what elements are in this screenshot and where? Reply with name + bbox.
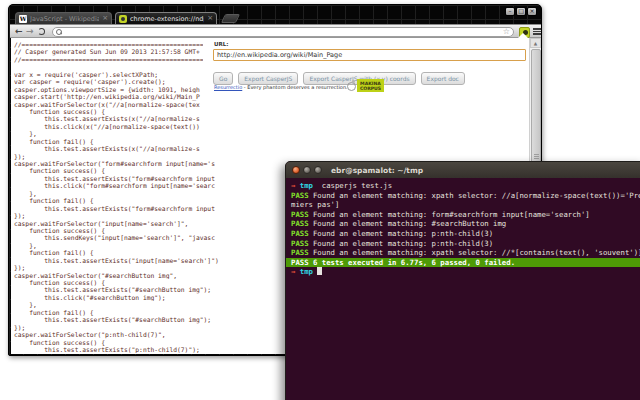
terminal-text-segment: tmp (300, 267, 318, 276)
terminal-line: PASS Found an element matching: #searchB… (286, 219, 640, 229)
terminal-cursor (317, 267, 321, 275)
terminal-text-segment: PASS (291, 239, 309, 248)
terminal-line: PASS Found an element matching: xpath se… (286, 248, 640, 258)
back-icon[interactable]: ← (15, 26, 23, 37)
tab-strip: W JavaScript - Wikipedia, th × chrome-ex… (9, 5, 541, 24)
terminal-titlebar[interactable]: ebr@spamalot: ~/tmp (286, 162, 640, 178)
terminal-window: ebr@spamalot: ~/tmp → tmp casperjs test.… (285, 161, 640, 400)
export-doc-button[interactable]: Export doc (421, 72, 465, 85)
terminal-text-segment: miers pas'] (291, 200, 339, 209)
resurrectio-popup: URL: GoExport CasperJSExport CasperJS wi… (203, 39, 528, 99)
scrollbar-grip (534, 154, 539, 159)
terminal-text-segment: PASS 6 tests executed in 6.77s, 6 passed… (291, 258, 515, 267)
menu-icon[interactable] (533, 28, 541, 36)
resurrectio-favicon-icon (119, 15, 127, 23)
code-line: }, (14, 130, 538, 137)
tagline-text: - Every phantom deserves a resurrection. (242, 84, 347, 90)
tab-close-icon[interactable]: × (102, 15, 108, 22)
code-line: function success() { (14, 108, 538, 115)
terminal-text-segment: Found an element matching: form#searchfo… (309, 210, 590, 219)
minimize-button[interactable]: – (505, 7, 515, 16)
terminal-text-segment: casperjs test.js (317, 181, 392, 190)
terminal-line: PASS Found an element matching: xpath se… (286, 191, 640, 201)
terminal-line: PASS Found an element matching: form#sea… (286, 210, 640, 220)
terminal-minimize-button[interactable] (303, 166, 311, 174)
search-icon (56, 29, 62, 35)
resurrectio-link[interactable]: Resurrectio (214, 84, 242, 90)
window-controls: – □ × (505, 7, 537, 16)
terminal-line: → tmp (286, 267, 640, 277)
terminal-text-segment: PASS (291, 210, 309, 219)
tagline: Resurrectio - Every phantom deserves a r… (214, 84, 348, 90)
terminal-text-segment: → (291, 181, 300, 190)
terminal-text-segment: PASS (291, 248, 309, 257)
url-label: URL: (214, 41, 228, 47)
terminal-text-segment: PASS (291, 191, 309, 200)
code-line: this.click(x("//a[normalize-space(text()… (14, 123, 538, 130)
logo-line2: CORPUS (357, 86, 384, 91)
tab-title: JavaScript - Wikipedia, th (30, 15, 99, 23)
terminal-text-segment: tmp (300, 181, 318, 190)
popup-button-row: GoExport CasperJSExport CasperJS with (x… (213, 66, 470, 85)
terminal-line: PASS Found an element matching: p:nth-ch… (286, 239, 640, 249)
terminal-text-segment: Found an element matching: xpath selecto… (309, 248, 640, 257)
browser-toolbar: ← → ☆ (10, 24, 541, 38)
bookmark-star-icon[interactable]: ☆ (503, 28, 510, 36)
terminal-output[interactable]: → tmp casperjs test.jsPASS Found an elem… (286, 178, 640, 400)
terminal-text-segment: → (291, 267, 300, 276)
terminal-text-segment: Found an element matching: #searchButton… (309, 219, 507, 228)
terminal-text-segment: PASS (291, 229, 309, 238)
logo-line1: MAKINA (357, 81, 384, 86)
wikipedia-favicon-icon: W (19, 15, 27, 23)
tab-close-icon[interactable]: × (207, 15, 213, 22)
code-line: }); (14, 153, 538, 160)
terminal-text-segment: Found an element matching: p:nth-child(3… (309, 239, 494, 248)
code-line: casper.waitForSelector(x("//a[normalize-… (14, 101, 538, 108)
reload-icon[interactable] (38, 28, 45, 35)
tab-title: chrome-extension://ndpg (130, 15, 204, 23)
terminal-title: ebr@spamalot: ~/tmp (331, 166, 423, 175)
url-input[interactable] (213, 49, 526, 61)
terminal-text-segment: Found an element matching: p:nth-child(3… (309, 229, 494, 238)
code-line: function fail() { (14, 138, 538, 145)
terminal-text-segment: Found an element matching: xpath selecto… (309, 191, 640, 200)
terminal-line: PASS Found an element matching: p:nth-ch… (286, 229, 640, 239)
terminal-maximize-button[interactable] (314, 166, 322, 174)
terminal-line: PASS 6 tests executed in 6.77s, 6 passed… (286, 258, 640, 268)
code-line: this.test.assertExists(x("//a[normalize-… (14, 115, 538, 122)
popup-anchor-arrow (517, 33, 529, 39)
new-tab-button[interactable] (221, 14, 240, 23)
makina-figure-icon (346, 80, 356, 91)
maximize-button[interactable]: □ (516, 7, 526, 16)
omnibox[interactable]: ☆ (52, 27, 514, 37)
scroll-up-icon[interactable]: ▲ (530, 38, 541, 48)
forward-icon[interactable]: → (26, 26, 34, 37)
terminal-line: miers pas'] (286, 200, 640, 210)
terminal-text-segment: PASS (291, 219, 309, 228)
terminal-line: → tmp casperjs test.js (286, 181, 640, 191)
close-button[interactable]: × (527, 7, 537, 16)
code-line: this.test.assertExists(x("//a[normalize-… (14, 145, 538, 152)
makina-corpus-logo: MAKINA CORPUS (346, 79, 384, 92)
tab-wikipedia[interactable]: W JavaScript - Wikipedia, th × (15, 12, 112, 24)
tab-chrome-extension[interactable]: chrome-extension://ndpg × (115, 12, 217, 24)
terminal-close-button[interactable] (292, 166, 300, 174)
